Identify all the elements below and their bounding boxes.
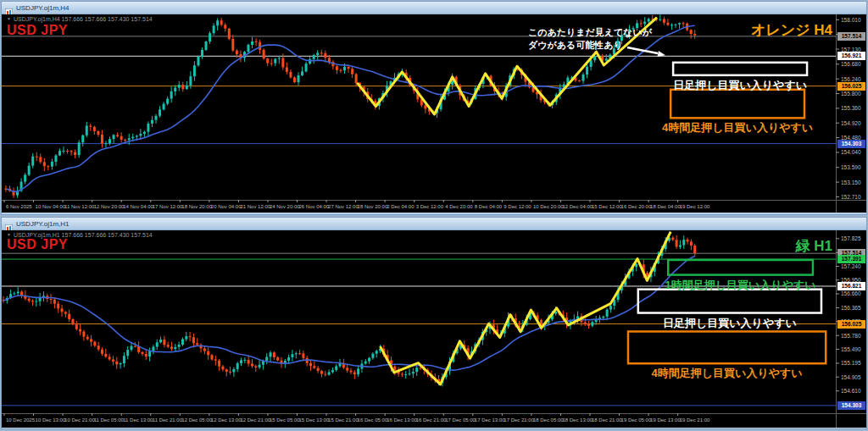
box-label: 1時間足押し目買い入りやすい <box>665 278 816 293</box>
date-axis-label: 26 Nov 04:00 <box>299 204 330 209</box>
date-axis-label: 2 Dec 04:00 <box>387 204 414 209</box>
price-axis-label: 155.800 <box>841 91 861 97</box>
mt4-workspace: USDJPY.oj1m,H4 ▼USDJPY.oj1m,H4 157.666 1… <box>0 0 868 431</box>
timeframe-note-h1: 緑 H1 <box>796 236 832 256</box>
date-axis-label: 16 Dec 13:00 <box>387 417 417 423</box>
price-level-label: 156.025 <box>837 320 865 329</box>
box-label: 4時間足押し目買い入りやすい <box>652 366 803 381</box>
date-axis-label: 15 Dec 21:00 <box>328 417 359 423</box>
date-axis-label: 15 Dec 05:00 <box>270 417 300 423</box>
zone-box <box>670 90 804 119</box>
symbol-watermark: USD JPY <box>7 237 68 252</box>
date-axis-label: 20 Nov 04:00 <box>211 204 242 209</box>
price-axis-label: 152.710 <box>841 194 861 200</box>
date-axis-label: 17 Nov 12:00 <box>153 204 183 209</box>
price-level-label: 157.514 <box>837 32 865 41</box>
window-title: USDJPY.oj1m,H1 <box>16 220 70 228</box>
price-axis-label: 156.365 <box>841 305 861 311</box>
price-level-label: 154.303 <box>837 401 865 410</box>
price-axis-label: 155.360 <box>841 105 861 111</box>
price-axis-label: 158.010 <box>841 17 861 23</box>
date-axis-label: 19 Dec 21:00 <box>680 417 710 423</box>
date-axis-label: 15 Dec 13:00 <box>299 417 330 423</box>
box-label: 日足押し目買い入りやすい <box>663 316 797 331</box>
chart-window-h1[interactable]: USDJPY.oj1m,H1 ▼USDJPY.oj1m,H1 157.666 1… <box>1 217 867 429</box>
date-axis-label: 10 Dec 2025 <box>6 417 35 423</box>
price-axis-label: 153.150 <box>841 180 861 185</box>
date-axis-label: 15 Dec 12:00 <box>592 204 622 209</box>
date-axis-label: 28 Nov 20:00 <box>358 204 388 209</box>
date-axis-label: 18 Dec 04:00 <box>650 204 681 209</box>
price-level-label: 156.025 <box>837 82 865 91</box>
price-axis-label: 154.920 <box>841 120 861 126</box>
date-axis-label: 19 Dec 05:00 <box>621 417 652 423</box>
date-axis-label: 10 Dec 13:00 <box>36 417 66 423</box>
chart-area-h1[interactable]: ▼USDJPY.oj1m,H1 157.666 157.666 157.430 … <box>2 230 866 428</box>
timeframe-note-h4: オレンジ H4 <box>751 20 832 40</box>
date-axis-label: 21 Nov 12:00 <box>240 204 270 209</box>
date-axis-label: 18 Dec 05:00 <box>533 417 564 423</box>
date-axis-label: 3 Dec 12:00 <box>416 204 443 209</box>
date-axis-label: 10 Dec 21:00 <box>64 417 95 423</box>
date-axis-label: 12 Dec 13:00 <box>211 417 242 423</box>
chart-window-icon <box>5 4 13 12</box>
date-axis-label: 18 Nov 20:00 <box>181 204 212 209</box>
zone-box <box>638 290 821 313</box>
chart-window-h4[interactable]: USDJPY.oj1m,H4 ▼USDJPY.oj1m,H4 157.666 1… <box>1 1 867 215</box>
date-axis-label: 11 Dec 05:00 <box>94 417 124 423</box>
date-axis-label: 27 Nov 12:00 <box>328 204 359 209</box>
price-level-label: 156.921 <box>837 52 865 60</box>
price-axis-label: 154.040 <box>841 149 861 155</box>
price-axis-label: 154.905 <box>841 374 861 380</box>
date-axis-label: 10 Dec 20:00 <box>533 204 564 209</box>
date-axis-label: 16 Dec 20:00 <box>621 204 652 209</box>
ohlc-infobar: ▼USDJPY.oj1m,H4 157.666 157.666 157.430 … <box>7 16 153 22</box>
window-title: USDJPY.oj1m,H4 <box>16 4 70 12</box>
price-axis-label: 155.195 <box>841 360 861 366</box>
price-axis-label: 153.590 <box>841 164 861 170</box>
price-level-label: 156.821 <box>837 282 865 290</box>
price-axis-label: 157.825 <box>841 235 861 241</box>
date-axis-label: 12 Dec 04:00 <box>562 204 593 209</box>
price-level-label: 154.303 <box>837 140 865 148</box>
date-axis-label: 12 Dec 05:00 <box>181 417 212 423</box>
price-axis-label: 155.780 <box>841 333 861 339</box>
date-axis-label: 17 Dec 13:00 <box>475 417 505 423</box>
date-axis-label: 14 Nov 04:00 <box>123 204 153 209</box>
price-axis-label: 156.660 <box>841 290 861 296</box>
annotation-text: このあたりまだ見えてないが ダウがある可能性あり <box>528 26 652 52</box>
date-axis-label: 16 Dec 21:00 <box>416 417 447 423</box>
date-axis-label: 4 Dec 20:00 <box>445 204 472 209</box>
window-titlebar-h1[interactable]: USDJPY.oj1m,H1 <box>2 218 866 230</box>
date-axis-label: 11 Nov 12:00 <box>64 204 94 209</box>
zone-box <box>673 63 807 75</box>
chart-window-icon <box>5 220 13 228</box>
date-axis-label: 11 Dec 21:00 <box>153 417 182 423</box>
date-axis-label: 6 Nov 2025 <box>6 204 32 209</box>
date-axis-label: 12 Nov 20:00 <box>94 204 125 209</box>
date-axis-label: 17 Dec 05:00 <box>445 417 476 423</box>
quotes-dropdown-icon[interactable]: ▼ <box>7 16 11 21</box>
date-axis-label: 19 Dec 13:00 <box>650 417 681 423</box>
price-level-label: 157.391 <box>837 255 865 263</box>
price-axis-label: 156.240 <box>841 76 861 82</box>
date-axis-label: 17 Dec 21:00 <box>504 417 534 423</box>
date-axis-label: 16 Dec 05:00 <box>358 417 388 423</box>
window-titlebar-h4[interactable]: USDJPY.oj1m,H4 <box>2 2 866 14</box>
date-axis-label: 18 Dec 21:00 <box>592 417 622 423</box>
date-axis-label: 24 Nov 20:00 <box>270 204 300 209</box>
chart-area-h4[interactable]: ▼USDJPY.oj1m,H4 157.666 157.666 157.430 … <box>2 14 866 213</box>
annotation-line-2: ダウがある可能性あり <box>528 39 652 52</box>
price-axis-label: 157.240 <box>841 263 861 269</box>
date-axis-label: 11 Dec 13:00 <box>123 417 153 423</box>
annotation-line-1: このあたりまだ見えてないが <box>528 26 652 39</box>
box-label: 日足押し目買い入りやすい <box>673 78 807 93</box>
date-axis-label: 18 Dec 13:00 <box>562 417 593 423</box>
price-axis-label: 154.610 <box>841 388 861 394</box>
date-axis-label: 12 Dec 21:00 <box>240 417 270 423</box>
ohlc-info: USDJPY.oj1m,H4 157.666 157.666 157.430 1… <box>14 16 153 22</box>
price-axis-label: 155.490 <box>841 346 861 352</box>
price-axis-label: 156.680 <box>841 61 861 67</box>
date-axis-label: 8 Dec 04:00 <box>475 204 502 209</box>
price-chart-canvas[interactable] <box>2 14 866 213</box>
